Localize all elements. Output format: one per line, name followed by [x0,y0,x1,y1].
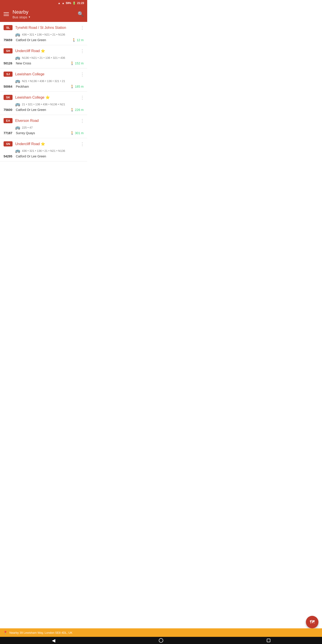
stop-direction: New Cross [14,62,31,65]
stop-name: Lewisham College [15,72,84,76]
walk-icon: 🚶 [72,38,76,42]
stop-badge: SJ [4,72,12,77]
stop-name: Lewisham College ⭐ [15,95,84,100]
search-icon[interactable]: 🔍 [78,11,84,17]
stop-item[interactable]: SN Undercliff Road ⭐ ⋮ 🚌 436 • 321 • 136… [0,138,87,162]
stop-item[interactable]: SL Tyrwhitt Road / St Johns Station ⋮ 🚌 … [0,22,87,45]
stop-direction: Catford Or Lee Green [14,108,46,112]
stop-badge: SL [4,25,12,30]
stop-id: 50064 [4,85,12,88]
star-icon: ⭐ [41,49,45,53]
stop-item[interactable]: SH Undercliff Road ⭐ ⋮ 🚌 N136 • N21 • 21… [0,45,87,68]
stop-distance: 🚶185 m [70,85,84,88]
stop-routes: 21 • 321 • 136 • 436 • N136 • N21 [22,103,65,106]
stop-routes: 225 • 47 [22,126,33,129]
more-options-icon[interactable]: ⋮ [80,25,84,30]
stop-item[interactable]: SJ Lewisham College ⋮ 🚌 N21 • N136 • 436… [0,68,87,92]
bus-icon: 🚌 [15,125,20,130]
stop-id: 77187 [4,131,12,135]
dropdown-arrow-icon: ▼ [28,16,31,18]
stop-name: Tyrwhitt Road / St Johns Station [15,26,84,30]
star-icon: ⭐ [46,96,50,99]
stop-badge: SN [4,141,12,146]
wifi-icon: ▲ [58,2,60,5]
stop-distance: 🚶152 m [70,62,84,65]
more-options-icon[interactable]: ⋮ [80,141,84,147]
stop-id: 50126 [4,62,12,65]
stop-name: Undercliff Road ⭐ [15,49,84,53]
stop-item[interactable]: EA Elverson Road ⋮ 🚌 225 • 47 77187 Surr… [0,115,87,138]
stop-list: SL Tyrwhitt Road / St Johns Station ⋮ 🚌 … [0,22,87,162]
menu-icon[interactable] [4,12,9,16]
bus-icon: 🚌 [15,102,20,107]
walk-icon: 🚶 [70,131,74,135]
stop-badge: SK [4,95,12,100]
stop-distance: 🚶226 m [70,108,84,112]
status-bar: ▲ ▲ 59% 🔋 21:23 [0,0,87,6]
stop-id: 75600 [4,108,12,112]
walk-icon: 🚶 [70,62,74,65]
battery-icon: 🔋 [72,2,76,5]
more-options-icon[interactable]: ⋮ [80,95,84,100]
stop-badge: EA [4,118,12,123]
stop-item[interactable]: SK Lewisham College ⭐ ⋮ 🚌 21 • 321 • 136… [0,92,87,115]
walk-icon: 🚶 [70,85,74,88]
stop-routes: 436 • 321 • 136 • 21 • N21 • N136 [22,149,65,152]
more-options-icon[interactable]: ⋮ [80,48,84,54]
bus-icon: 🚌 [15,32,20,37]
stop-distance: 🚶12 m [72,38,84,42]
app-bar-subtitle[interactable]: Bus stops ▼ [12,15,74,19]
app-bar-title: Nearby [12,9,74,15]
battery-text: 59% [66,2,71,5]
more-options-icon[interactable]: ⋮ [80,72,84,77]
app-bar: Nearby Bus stops ▼ 🔍 [0,6,87,22]
bus-icon: 🚌 [15,148,20,153]
time-text: 21:23 [77,2,84,5]
stop-routes: N21 • N136 • 436 • 136 • 321 • 21 [22,80,65,83]
stop-id: 54295 [4,154,12,158]
stop-badge: SH [4,48,12,54]
bus-icon: 🚌 [15,55,20,60]
stop-direction: Catford Or Lee Green [14,154,46,158]
app-bar-title-group: Nearby Bus stops ▼ [12,9,74,19]
stop-distance: 🚶301 m [70,131,84,135]
stop-id: 75659 [4,38,12,42]
star-icon: ⭐ [41,142,45,146]
stop-direction: Peckham [14,85,29,88]
stop-name: Undercliff Road ⭐ [15,142,84,146]
walk-icon: 🚶 [70,108,74,112]
stop-direction: Surrey Quays [14,131,35,135]
stop-routes: 436 • 321 • 136 • N21 • 21 • N136 [22,33,65,36]
signal-icon: ▲ [62,2,64,5]
stop-direction: Catford Or Lee Green [14,38,46,42]
stop-name: Elverson Road [15,119,84,123]
bus-icon: 🚌 [15,78,20,84]
more-options-icon[interactable]: ⋮ [80,118,84,124]
stop-routes: N136 • N21 • 21 • 136 • 321 • 436 [22,56,65,60]
